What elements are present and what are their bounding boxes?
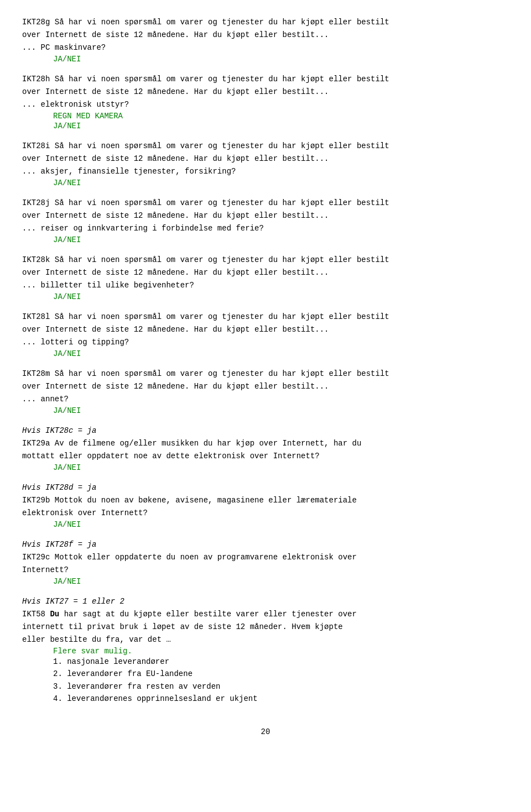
ikt28j-line1: IKT28j Så har vi noen spørsmål om varer …	[22, 197, 509, 209]
question-ikt28l: IKT28l Så har vi noen spørsmål om varer …	[22, 311, 509, 358]
ikt28l-ja-nei: JA/NEI	[53, 349, 509, 358]
ikt58-line2: internett til privat bruk i løpet av de …	[22, 621, 509, 633]
question-ikt28g: IKT28g Så har vi noen spørsmål om varer …	[22, 17, 509, 64]
ikt28k-line1: IKT28k Så har vi noen spørsmål om varer …	[22, 254, 509, 266]
ikt28g-ja-nei: JA/NEI	[53, 55, 509, 64]
ikt28i-line1: IKT28i Så har vi noen spørsmål om varer …	[22, 140, 509, 152]
ikt29b-line2: elektronisk over Internett?	[22, 507, 509, 519]
conditional-ikt58: Hvis IKT27 = 1 eller 2 IKT58 Du har sagt…	[22, 596, 509, 705]
question-ikt28j: IKT28j Så har vi noen spørsmål om varer …	[22, 197, 509, 244]
ikt28i-ja-nei: JA/NEI	[53, 179, 509, 187]
ikt29c-line1: IKT29c Mottok eller oppdaterte du noen a…	[22, 552, 509, 563]
ikt29a-line1: IKT29a Av de filmene og/eller musikken d…	[22, 438, 509, 449]
question-ikt28i: IKT28i Så har vi noen spørsmål om varer …	[22, 140, 509, 187]
ikt29a-line2: mottatt eller oppdatert noe av dette ele…	[22, 450, 509, 462]
ikt29a-ja-nei: JA/NEI	[53, 463, 509, 472]
question-ikt28h: IKT28h Så har vi noen spørsmål om varer …	[22, 74, 509, 130]
ikt28m-line3: ... annet?	[22, 394, 509, 405]
ikt28i-line3: ... aksjer, finansielle tjenester, forsi…	[22, 166, 509, 177]
ikt28l-line3: ... lotteri og tipping?	[22, 337, 509, 348]
question-ikt28m: IKT28m Så har vi noen spørsmål om varer …	[22, 368, 509, 415]
ikt29b-line1: IKT29b Mottok du noen av bøkene, avisene…	[22, 495, 509, 506]
ikt29c-line2: Internett?	[22, 564, 509, 576]
condition-ikt27: Hvis IKT27 = 1 eller 2	[22, 596, 509, 607]
ikt28l-line1: IKT28l Så har vi noen spørsmål om varer …	[22, 311, 509, 323]
ikt28m-ja-nei: JA/NEI	[53, 406, 509, 415]
conditional-ikt29c: Hvis IKT28f = ja IKT29c Mottok eller opp…	[22, 539, 509, 586]
ikt28j-line3: ... reiser og innkvartering i forbindels…	[22, 223, 509, 234]
conditional-ikt29a: Hvis IKT28c = ja IKT29a Av de filmene og…	[22, 425, 509, 472]
condition-ikt28f: Hvis IKT28f = ja	[22, 539, 509, 551]
question-ikt28k: IKT28k Så har vi noen spørsmål om varer …	[22, 254, 509, 301]
ikt28h-line1: IKT28h Så har vi noen spørsmål om varer …	[22, 74, 509, 85]
ikt28k-line3: ... billetter til ulike begivenheter?	[22, 280, 509, 291]
ikt58-bold: Du	[50, 610, 59, 619]
ikt58-fler-svar: Flere svar mulig.	[53, 647, 509, 656]
ikt58-line1: IKT58 Du har sagt at du kjøpte eller bes…	[22, 609, 509, 620]
ikt29c-ja-nei: JA/NEI	[53, 577, 509, 586]
condition-ikt28c: Hvis IKT28c = ja	[22, 425, 509, 437]
ikt28m-line1: IKT28m Så har vi noen spørsmål om varer …	[22, 368, 509, 380]
ikt28g-line1: IKT28g Så har vi noen spørsmål om varer …	[22, 17, 509, 28]
ikt28l-line2: over Internett de siste 12 månedene. Har…	[22, 324, 509, 336]
condition-ikt28d: Hvis IKT28d = ja	[22, 482, 509, 494]
conditional-ikt29b: Hvis IKT28d = ja IKT29b Mottok du noen a…	[22, 482, 509, 529]
ikt28h-line3: ... elektronisk utstyr?	[22, 99, 509, 111]
ikt28h-line2: over Internett de siste 12 månedene. Har…	[22, 86, 509, 98]
list-item-4: 4. leverandørenes opprinnelsesland er uk…	[53, 693, 509, 705]
ikt28k-line2: over Internett de siste 12 månedene. Har…	[22, 267, 509, 279]
ikt28h-regn-med-kamera: REGN MED KAMERA	[53, 112, 509, 121]
ikt28i-line2: over Internett de siste 12 månedene. Har…	[22, 153, 509, 165]
ikt29b-ja-nei: JA/NEI	[53, 520, 509, 529]
ikt28j-ja-nei: JA/NEI	[53, 235, 509, 244]
page-number: 20	[22, 727, 509, 736]
ikt28k-ja-nei: JA/NEI	[53, 292, 509, 301]
ikt58-line3: eller bestilte du fra, var det …	[22, 634, 509, 646]
list-item-3: 3. leverandører fra resten av verden	[53, 680, 509, 693]
ikt28g-line2: over Internett de siste 12 månedene. Har…	[22, 29, 509, 41]
ikt28g-line3: ... PC maskinvare?	[22, 42, 509, 54]
list-item-2: 2. leverandører fra EU-landene	[53, 668, 509, 680]
ikt28m-line2: over Internett de siste 12 månedene. Har…	[22, 381, 509, 392]
ikt28h-ja-nei: JA/NEI	[53, 122, 509, 130]
list-item-1: 1. nasjonale leverandører	[53, 656, 509, 668]
ikt28j-line2: over Internett de siste 12 månedene. Har…	[22, 210, 509, 222]
